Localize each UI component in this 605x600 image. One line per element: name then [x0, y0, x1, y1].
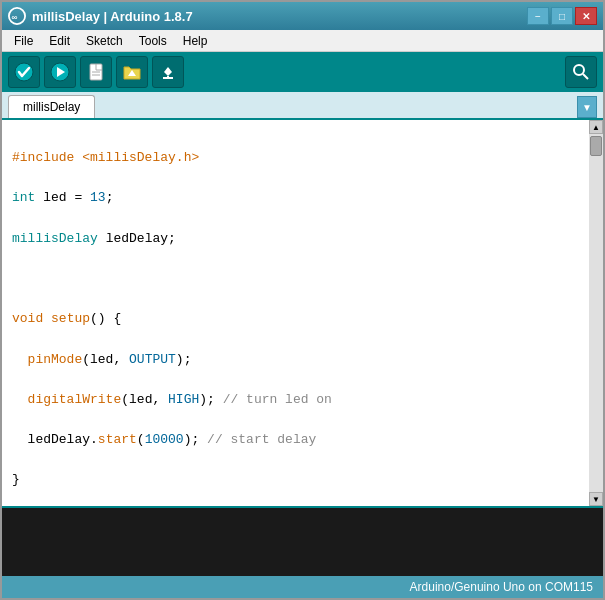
- scrollbar-thumb[interactable]: [590, 136, 602, 156]
- code-line-8: ledDelay.start(10000); // start delay: [12, 430, 593, 450]
- menu-tools[interactable]: Tools: [131, 32, 175, 50]
- arduino-logo-icon: ∞: [8, 7, 26, 25]
- code-line-2: int led = 13;: [12, 188, 593, 208]
- window-title: millisDelay | Arduino 1.8.7: [32, 9, 193, 24]
- close-button[interactable]: ✕: [575, 7, 597, 25]
- verify-icon: [14, 62, 34, 82]
- scroll-down-button[interactable]: ▼: [589, 492, 603, 506]
- svg-line-14: [583, 74, 588, 79]
- search-icon: [571, 62, 591, 82]
- toolbar: [2, 52, 603, 92]
- editor-container: #include <millisDelay.h> int led = 13; m…: [2, 120, 603, 576]
- tab-millisdelay[interactable]: millisDelay: [8, 95, 95, 118]
- console-area: [2, 506, 603, 576]
- title-bar-left: ∞ millisDelay | Arduino 1.8.7: [8, 7, 193, 25]
- upload-icon: [50, 62, 70, 82]
- vertical-scrollbar[interactable]: ▲ ▼: [589, 120, 603, 506]
- new-button[interactable]: [80, 56, 112, 88]
- tab-dropdown-button[interactable]: ▼: [577, 96, 597, 118]
- code-line-5: void setup() {: [12, 309, 593, 329]
- tab-bar: millisDelay ▼: [2, 92, 603, 120]
- open-icon: [122, 62, 142, 82]
- open-button[interactable]: [116, 56, 148, 88]
- status-text: Arduino/Genuino Uno on COM115: [410, 580, 593, 594]
- code-line-7: digitalWrite(led, HIGH); // turn led on: [12, 390, 593, 410]
- upload-button[interactable]: [44, 56, 76, 88]
- menu-file[interactable]: File: [6, 32, 41, 50]
- menu-sketch[interactable]: Sketch: [78, 32, 131, 50]
- menu-bar: File Edit Sketch Tools Help: [2, 30, 603, 52]
- svg-text:∞: ∞: [12, 13, 18, 22]
- svg-point-13: [574, 65, 584, 75]
- code-line-9: }: [12, 470, 593, 490]
- menu-edit[interactable]: Edit: [41, 32, 78, 50]
- code-line-3: millisDelay ledDelay;: [12, 229, 593, 249]
- scroll-up-button[interactable]: ▲: [589, 120, 603, 134]
- save-button[interactable]: [152, 56, 184, 88]
- verify-button[interactable]: [8, 56, 40, 88]
- svg-marker-10: [168, 67, 172, 76]
- code-line-4: [12, 269, 593, 289]
- save-icon: [158, 62, 178, 82]
- search-button[interactable]: [565, 56, 597, 88]
- editor-content[interactable]: #include <millisDelay.h> int led = 13; m…: [2, 120, 603, 506]
- status-bar: Arduino/Genuino Uno on COM115: [2, 576, 603, 598]
- editor-scroll[interactable]: #include <millisDelay.h> int led = 13; m…: [2, 120, 603, 506]
- code-line-1: #include <millisDelay.h>: [12, 148, 593, 168]
- title-bar: ∞ millisDelay | Arduino 1.8.7 − □ ✕: [2, 2, 603, 30]
- code-line-6: pinMode(led, OUTPUT);: [12, 350, 593, 370]
- new-icon: [86, 62, 106, 82]
- minimize-button[interactable]: −: [527, 7, 549, 25]
- maximize-button[interactable]: □: [551, 7, 573, 25]
- menu-help[interactable]: Help: [175, 32, 216, 50]
- svg-marker-9: [164, 67, 168, 76]
- title-controls: − □ ✕: [527, 7, 597, 25]
- app-window: ∞ millisDelay | Arduino 1.8.7 − □ ✕ File…: [0, 0, 605, 600]
